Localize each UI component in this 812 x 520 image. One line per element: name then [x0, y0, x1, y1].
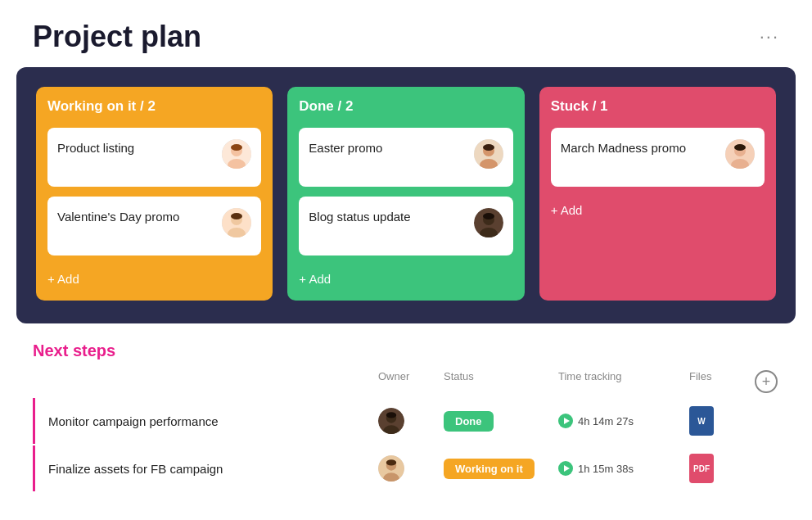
time-tracking-cell: 1h 15m 38s — [558, 461, 689, 476]
avatar — [474, 139, 503, 169]
avatar — [222, 208, 251, 237]
play-icon[interactable] — [558, 414, 573, 428]
owner-cell — [378, 408, 444, 434]
svg-point-22 — [386, 412, 396, 418]
svg-point-10 — [483, 144, 494, 151]
table-header: Owner Status Time tracking Files + — [33, 370, 779, 398]
more-options-button[interactable]: ··· — [760, 26, 779, 47]
card-title: March Madness promo — [561, 139, 725, 156]
page: Project plan ··· Working on it / 2Produc… — [0, 0, 812, 520]
time-value: 1h 15m 38s — [578, 463, 634, 475]
svg-point-14 — [483, 213, 494, 219]
kanban-column-working: Working on it / 2Product listing Valenti… — [36, 87, 273, 301]
owner-avatar — [378, 408, 404, 434]
header: Project plan ··· — [0, 0, 812, 67]
tasks-container: Monitor campaign performance Done 4h 14m… — [33, 398, 779, 491]
file-icon[interactable]: PDF — [689, 454, 714, 483]
file-icon[interactable]: W — [689, 406, 714, 436]
svg-point-2 — [231, 144, 242, 151]
add-card-button-done[interactable]: + Add — [299, 269, 512, 289]
table-row[interactable]: Finalize assets for FB campaign Working … — [33, 445, 779, 491]
files-cell: PDF — [689, 454, 755, 483]
table-row[interactable]: Monitor campaign performance Done 4h 14m… — [33, 398, 779, 444]
files-cell: W — [689, 406, 755, 436]
add-card-button-stuck[interactable]: + Add — [551, 200, 765, 220]
kanban-card[interactable]: Easter promo — [299, 128, 512, 187]
page-title: Project plan — [33, 20, 201, 54]
card-title: Product listing — [57, 139, 222, 156]
add-card-button-working[interactable]: + Add — [47, 269, 261, 289]
svg-point-18 — [734, 144, 746, 151]
col-header-files: Files — [689, 370, 755, 393]
card-title: Easter promo — [309, 139, 473, 156]
next-steps-section: Next steps Owner Status Time tracking Fi… — [0, 323, 812, 491]
avatar — [474, 208, 503, 237]
card-title: Valentine's Day promo — [57, 208, 222, 225]
kanban-column-stuck: Stuck / 1March Madness promo + Add — [539, 87, 776, 301]
status-cell: Working on it — [444, 459, 558, 479]
col-header-task — [46, 370, 378, 393]
col-header-time: Time tracking — [558, 370, 689, 393]
next-steps-title: Next steps — [33, 341, 779, 360]
kanban-card[interactable]: March Madness promo — [551, 128, 765, 187]
add-column-button[interactable]: + — [755, 370, 778, 393]
column-header-done: Done / 2 — [299, 98, 512, 115]
col-header-owner: Owner — [378, 370, 444, 393]
avatar — [222, 139, 251, 169]
status-badge: Working on it — [444, 459, 535, 479]
task-name: Monitor campaign performance — [48, 414, 378, 428]
card-title: Blog status update — [309, 208, 473, 225]
column-header-working: Working on it / 2 — [47, 98, 261, 115]
kanban-card[interactable]: Blog status update — [299, 197, 512, 255]
col-header-status: Status — [444, 370, 558, 393]
kanban-card[interactable]: Product listing — [47, 128, 261, 187]
time-value: 4h 14m 27s — [578, 415, 634, 427]
play-icon[interactable] — [558, 461, 573, 476]
kanban-card[interactable]: Valentine's Day promo — [47, 197, 261, 255]
status-cell: Done — [444, 411, 558, 432]
svg-point-26 — [386, 459, 396, 465]
time-tracking-cell: 4h 14m 27s — [558, 414, 689, 428]
kanban-column-done: Done / 2Easter promo Blog status update … — [287, 87, 524, 301]
svg-point-6 — [231, 213, 242, 219]
owner-cell — [378, 455, 444, 482]
kanban-board: Working on it / 2Product listing Valenti… — [16, 67, 796, 323]
status-badge: Done — [444, 411, 494, 432]
owner-avatar — [378, 455, 404, 482]
column-header-stuck: Stuck / 1 — [551, 98, 765, 115]
avatar — [725, 139, 755, 169]
task-name: Finalize assets for FB campaign — [48, 462, 378, 476]
